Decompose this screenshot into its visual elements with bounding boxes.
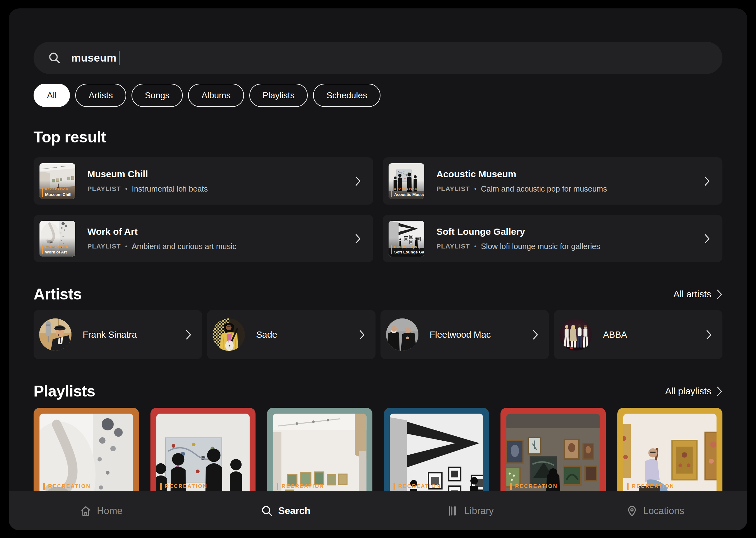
playlist-label: RECREATION <box>393 483 441 490</box>
thumbnail-badge: RECREATION <box>394 245 424 248</box>
all-artists-label: All artists <box>673 289 711 299</box>
result-description: Slow lofi lounge music for galleries <box>481 242 600 251</box>
result-body: Soft Lounge Gallery PLAYLIST • Slow lofi… <box>436 226 704 251</box>
filter-chips: All Artists Songs Albums Playlists Sched… <box>33 84 723 107</box>
search-icon <box>48 51 61 64</box>
artist-name: Frank Sinatra <box>83 330 185 340</box>
thumbnail-label: RECREATION Soft Lounge Gallery <box>391 245 424 254</box>
search-icon <box>261 505 273 517</box>
top-result-card-acoustic-museum[interactable]: RECREATION Acoustic Museum Acoustic Muse… <box>383 157 723 205</box>
result-meta: PLAYLIST • Slow lofi lounge music for ga… <box>436 242 704 251</box>
artist-photo <box>213 318 245 351</box>
avatar <box>560 318 592 351</box>
playlist-badge: RECREATION <box>281 483 324 490</box>
all-artists-link[interactable]: All artists <box>673 289 723 299</box>
library-icon <box>447 505 459 517</box>
thumbnail-name: Soft Lounge Gallery <box>394 250 424 254</box>
result-title: Work of Art <box>87 226 355 237</box>
playlist-thumbnail: RECREATION Work of Art <box>39 221 75 256</box>
result-type-label: PLAYLIST <box>87 185 121 192</box>
nav-label-library: Library <box>464 505 494 516</box>
bottom-navigation: Home Search Library Locations <box>9 491 747 530</box>
filter-chip-artists[interactable]: Artists <box>75 84 126 107</box>
filter-chip-songs[interactable]: Songs <box>131 84 183 107</box>
search-input[interactable]: museum <box>33 42 723 74</box>
playlist-thumbnail: RECREATION Acoustic Museum <box>388 163 424 199</box>
chevron-right-icon <box>359 330 365 340</box>
thumbnail-label: RECREATION Acoustic Museum <box>391 188 424 197</box>
search-query-text: museum <box>71 52 117 64</box>
avatar <box>386 318 419 351</box>
avatar <box>39 318 72 351</box>
result-type-label: PLAYLIST <box>87 242 121 250</box>
top-result-title: Top result <box>33 128 723 146</box>
result-title: Museum Chill <box>87 169 355 180</box>
artist-card-sade[interactable]: Sade <box>207 310 376 359</box>
chevron-right-icon <box>704 234 710 244</box>
thumbnail-name: Museum Chill <box>45 192 72 197</box>
nav-item-locations[interactable]: Locations <box>563 505 747 517</box>
nav-item-search[interactable]: Search <box>193 505 378 517</box>
home-icon <box>79 505 92 517</box>
music-app-screen: { "search": { "value": "museum" }, "filt… <box>0 0 756 538</box>
chevron-right-icon <box>355 176 361 186</box>
meta-separator-dot: • <box>125 185 127 192</box>
result-title: Soft Lounge Gallery <box>436 226 704 237</box>
all-playlists-label: All playlists <box>665 386 711 397</box>
all-playlists-link[interactable]: All playlists <box>665 386 723 397</box>
filter-chip-all[interactable]: All <box>33 84 70 107</box>
playlist-badge: RECREATION <box>398 483 441 490</box>
filter-chip-schedules[interactable]: Schedules <box>313 84 380 107</box>
result-type-label: PLAYLIST <box>436 185 470 192</box>
top-result-card-soft-lounge-gallery[interactable]: RECREATION Soft Lounge Gallery Soft Loun… <box>383 215 723 262</box>
avatar <box>213 318 245 351</box>
artist-name: Sade <box>256 330 359 340</box>
result-body: Work of Art PLAYLIST • Ambient and curio… <box>87 226 355 251</box>
result-meta: PLAYLIST • Calm and acoustic pop for mus… <box>436 185 704 193</box>
artists-grid: Frank Sinatra Sade Fleetwood Mac <box>33 310 723 359</box>
top-result-card-work-of-art[interactable]: RECREATION Work of Art Work of Art PLAYL… <box>33 215 373 262</box>
artist-card-fleetwood-mac[interactable]: Fleetwood Mac <box>380 310 549 359</box>
meta-separator-dot: • <box>475 242 477 250</box>
playlist-badge: RECREATION <box>515 483 558 490</box>
result-body: Acoustic Museum PLAYLIST • Calm and acou… <box>436 169 704 193</box>
nav-item-home[interactable]: Home <box>9 505 193 517</box>
result-meta: PLAYLIST • Instrumental lofi beats <box>87 185 355 193</box>
nav-item-library[interactable]: Library <box>378 505 563 517</box>
thumbnail-label: RECREATION Museum Chill <box>42 188 72 197</box>
result-title: Acoustic Museum <box>436 169 704 180</box>
playlist-label: RECREATION <box>627 483 675 490</box>
thumbnail-badge: RECREATION <box>45 188 72 191</box>
chevron-right-icon <box>717 386 723 397</box>
artist-card-abba[interactable]: ABBA <box>554 310 723 359</box>
thumbnail-name: Work of Art <box>45 250 69 254</box>
artist-card-frank-sinatra[interactable]: Frank Sinatra <box>33 310 202 359</box>
playlists-section-header: Playlists All playlists <box>33 382 723 400</box>
filter-chip-albums[interactable]: Albums <box>188 84 244 107</box>
thumbnail-badge: RECREATION <box>394 188 424 191</box>
playlist-badge: RECREATION <box>48 483 91 490</box>
chevron-right-icon <box>355 234 361 244</box>
artist-photo <box>39 318 72 351</box>
artist-photo <box>386 318 419 351</box>
filter-chip-playlists[interactable]: Playlists <box>249 84 308 107</box>
playlist-badge: RECREATION <box>165 483 208 490</box>
top-result-grid: RECREATION Museum Chill Museum Chill PLA… <box>33 157 723 262</box>
top-result-card-museum-chill[interactable]: RECREATION Museum Chill Museum Chill PLA… <box>33 157 373 205</box>
result-type-label: PLAYLIST <box>436 242 470 250</box>
playlist-label: RECREATION <box>160 483 208 490</box>
result-description: Calm and acoustic pop for museums <box>481 185 607 193</box>
playlists-title: Playlists <box>33 382 95 400</box>
thumbnail-badge: RECREATION <box>45 245 69 248</box>
chevron-right-icon <box>704 176 710 186</box>
playlist-thumbnail: RECREATION Museum Chill <box>39 163 75 199</box>
result-description: Instrumental lofi beats <box>132 185 208 193</box>
locations-icon <box>626 505 638 517</box>
chevron-right-icon <box>185 330 191 340</box>
artists-section-header: Artists All artists <box>33 285 723 303</box>
result-body: Museum Chill PLAYLIST • Instrumental lof… <box>87 169 355 193</box>
thumbnail-label: RECREATION Work of Art <box>42 245 69 254</box>
playlist-label: RECREATION <box>43 483 91 490</box>
app-panel: museum All Artists Songs Albums Playlist… <box>9 8 747 530</box>
artist-name: ABBA <box>603 330 706 340</box>
